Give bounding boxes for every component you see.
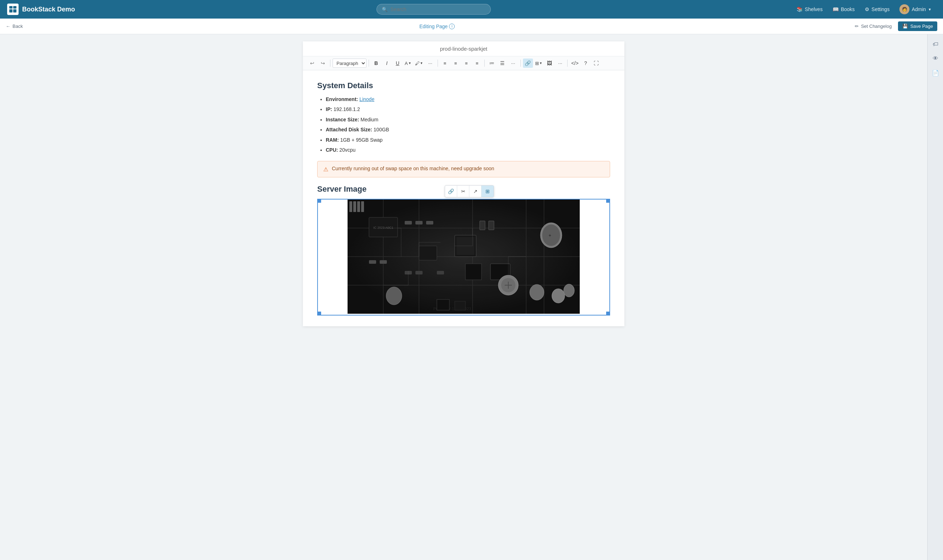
ip-label: IP: (326, 106, 332, 112)
editor-area: prod-linode-sparkjet ↩ ↪ Paragraph Headi… (0, 34, 927, 560)
more-list-button[interactable]: ··· (508, 58, 518, 68)
editor-toolbar: ↩ ↪ Paragraph Heading 1 Heading 2 Headin… (303, 56, 624, 70)
code-button[interactable]: </> (570, 58, 580, 68)
more-format-button[interactable]: ··· (425, 58, 435, 68)
nav-settings[interactable]: ⚙ Settings (861, 4, 894, 14)
image-wrapper: 🔗 ✂ ↗ ⊞ (317, 199, 610, 315)
main-header: BookStack Demo 🔍 📚 Shelves 📖 Books ⚙ Set… (0, 0, 943, 18)
toolbar-divider-3 (438, 60, 438, 67)
back-link[interactable]: ← Back (6, 23, 23, 29)
circuit-board-image: + (318, 200, 610, 314)
back-arrow-icon: ← (6, 23, 10, 29)
svg-rect-0 (9, 6, 12, 9)
numbered-list-button[interactable]: ☰ (498, 58, 508, 68)
align-left-button[interactable]: ≡ (440, 58, 450, 68)
svg-rect-1 (13, 6, 17, 9)
editing-page-label: Editing Page i (419, 23, 455, 29)
toolbar-divider-2 (369, 60, 369, 67)
italic-button[interactable]: I (382, 58, 392, 68)
text-color-button[interactable]: A▼ (403, 58, 413, 68)
settings-icon: ⚙ (865, 6, 869, 12)
set-changelog-button[interactable]: ✏ Set Changelog (851, 22, 895, 31)
alert-text: Currently running out of swap space on t… (332, 166, 494, 171)
image-container[interactable]: + (317, 199, 610, 315)
page-title: prod-linode-sparkjet (440, 46, 488, 52)
server-image-section: Server Image 🔗 ✂ ↗ ⊞ (317, 185, 610, 315)
toolbar-divider-6 (567, 60, 568, 67)
sub-header-actions: ✏ Set Changelog 💾 Save Page (851, 22, 937, 31)
image-button[interactable]: 🖼 (544, 58, 554, 68)
alert-triangle-icon: ⚠ (323, 166, 328, 173)
list-item: Attached Disk Size: 100GB (326, 126, 610, 134)
tags-sidebar-button[interactable]: 🏷 (930, 38, 941, 50)
app-name: BookStack Demo (22, 6, 75, 13)
search-box[interactable]: 🔍 (377, 4, 491, 15)
toolbar-divider-5 (520, 60, 521, 67)
page-title-bar: prod-linode-sparkjet (303, 42, 624, 56)
svg-rect-3 (13, 9, 17, 12)
image-link-button[interactable]: 🔗 (445, 186, 457, 197)
svg-rect-48 (347, 200, 580, 314)
system-details-list: Environment: Linode IP: 192.168.1.2 Inst… (317, 95, 610, 154)
paragraph-select[interactable]: Paragraph Heading 1 Heading 2 Heading 3 (333, 58, 366, 68)
changelog-icon: ✏ (855, 23, 859, 29)
section-title: System Details (317, 81, 610, 90)
nav-shelves[interactable]: 📚 Shelves (792, 4, 827, 14)
instance-label: Instance Size: (326, 117, 359, 122)
alert-box: ⚠ Currently running out of swap space on… (317, 161, 610, 177)
image-edit-button[interactable]: ✂ (457, 186, 469, 197)
image-toolbar: 🔗 ✂ ↗ ⊞ (445, 185, 494, 197)
books-icon: 📖 (833, 6, 839, 12)
template-sidebar-button[interactable]: 📄 (930, 67, 941, 78)
bold-button[interactable]: B (371, 58, 381, 68)
resize-handle-tr[interactable] (606, 199, 610, 203)
bullet-list-button[interactable]: ≔ (487, 58, 497, 68)
sub-header: ← Back Editing Page i ✏ Set Changelog 💾 … (0, 18, 943, 34)
list-item: IP: 192.168.1.2 (326, 105, 610, 113)
redo-button[interactable]: ↪ (318, 58, 328, 68)
cpu-label: CPU: (326, 147, 338, 153)
align-right-button[interactable]: ≡ (461, 58, 471, 68)
logo-icon (7, 3, 19, 15)
avatar: 🧑 (900, 4, 909, 14)
disk-label: Attached Disk Size: (326, 127, 372, 132)
table-button[interactable]: ⊞▼ (534, 58, 544, 68)
shelves-icon: 📚 (796, 6, 803, 12)
resize-handle-br[interactable] (606, 312, 610, 315)
more-insert-button[interactable]: ··· (555, 58, 565, 68)
list-item: RAM: 1GB + 95GB Swap (326, 136, 610, 144)
info-icon: i (449, 23, 455, 29)
resize-handle-tl[interactable] (318, 199, 321, 203)
search-input[interactable] (390, 6, 485, 12)
link-button[interactable]: 🔗 (523, 58, 533, 68)
list-item: Environment: Linode (326, 95, 610, 103)
save-page-button[interactable]: 💾 Save Page (898, 22, 937, 31)
right-sidebar: 🏷 👁 📄 (927, 34, 943, 560)
fullscreen-button[interactable]: ⛶ (591, 58, 601, 68)
nav-books[interactable]: 📖 Books (828, 4, 859, 14)
save-icon: 💾 (902, 23, 908, 29)
underline-button[interactable]: U (392, 58, 403, 68)
svg-rect-2 (9, 9, 12, 12)
editor-content[interactable]: System Details Environment: Linode IP: 1… (303, 70, 624, 326)
preview-sidebar-button[interactable]: 👁 (930, 53, 941, 64)
image-replace-button[interactable]: ⊞ (482, 186, 494, 197)
env-label: Environment: (326, 96, 358, 102)
image-open-button[interactable]: ↗ (469, 186, 482, 197)
help-button[interactable]: ? (580, 58, 590, 68)
editor-container: prod-linode-sparkjet ↩ ↪ Paragraph Headi… (303, 42, 624, 326)
ram-label: RAM: (326, 137, 339, 143)
resize-handle-bl[interactable] (318, 312, 321, 315)
toolbar-divider-1 (330, 60, 330, 67)
header-search: 🔍 (81, 4, 787, 15)
align-center-button[interactable]: ≡ (451, 58, 461, 68)
nav-admin[interactable]: 🧑 Admin ▼ (895, 2, 936, 17)
env-value-link[interactable]: Linode (360, 96, 374, 102)
page-wrapper: prod-linode-sparkjet ↩ ↪ Paragraph Headi… (0, 34, 943, 560)
header-nav: 📚 Shelves 📖 Books ⚙ Settings 🧑 Admin ▼ (792, 2, 936, 17)
undo-button[interactable]: ↩ (307, 58, 317, 68)
admin-dropdown-icon: ▼ (928, 8, 932, 11)
highlight-button[interactable]: 🖊▼ (414, 58, 425, 68)
logo-link[interactable]: BookStack Demo (7, 3, 75, 15)
justify-button[interactable]: ≡ (472, 58, 482, 68)
